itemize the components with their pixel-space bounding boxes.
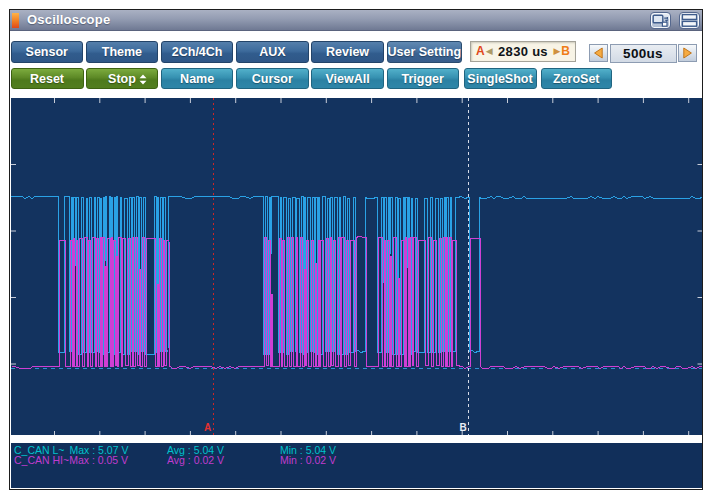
cursor-b-label: B	[561, 44, 570, 58]
cursor-button[interactable]: Cursor	[236, 68, 309, 90]
ch2-avg-readout: Avg : 0.02 V	[167, 454, 224, 466]
trigger-button[interactable]: Trigger	[387, 68, 460, 90]
channel-mode-button[interactable]: 2Ch/4Ch	[161, 41, 234, 63]
screen-capture-button[interactable]	[650, 12, 671, 29]
waveform-svg: AB	[11, 98, 703, 435]
user-setting-button[interactable]: User Setting	[387, 41, 462, 63]
svg-text:B: B	[459, 422, 466, 433]
stop-spinner-icon	[139, 74, 147, 85]
left-arrow-icon	[593, 47, 604, 59]
oscilloscope-window: Oscilloscope Sensor Theme 2Ch/4Ch AUX Re…	[9, 9, 703, 490]
ch2-min-readout: Min : 0.02 V	[280, 454, 336, 466]
timebase-increase-button[interactable]	[678, 44, 697, 62]
review-button[interactable]: Review	[311, 41, 384, 63]
measurement-row-ch2: C_CAN HI~Max : 0.05 V Avg : 0.02 V Min :…	[11, 454, 703, 465]
theme-button[interactable]: Theme	[86, 41, 159, 63]
right-arrow-icon	[682, 47, 693, 59]
cursor-a-label: A	[476, 44, 485, 58]
sensor-button[interactable]: Sensor	[11, 41, 84, 63]
screen-capture-icon	[651, 13, 670, 28]
cursor-delta-value: 2830 us	[493, 44, 554, 59]
stop-button[interactable]: Stop	[86, 68, 159, 90]
app-icon	[12, 13, 19, 28]
tile-windows-icon	[680, 13, 699, 28]
cursor-a-arrow-icon: ◀	[486, 46, 493, 56]
stop-button-label: Stop	[108, 72, 136, 86]
ch2-name-label: C_CAN HI~	[14, 454, 69, 466]
timebase-decrease-button[interactable]	[589, 44, 608, 62]
separator	[10, 435, 702, 443]
cursor-b-arrow-icon: ▶	[553, 46, 560, 56]
ch2-max-readout: C_CAN HI~Max : 0.05 V	[14, 454, 128, 466]
ch2-max-value: Max : 0.05 V	[69, 454, 128, 466]
singleshot-button[interactable]: SingleShot	[464, 68, 537, 90]
viewall-button[interactable]: ViewAll	[311, 68, 384, 90]
measurement-panel: C_CAN L~Max : 5.07 V Avg : 5.04 V Min : …	[11, 443, 703, 488]
zeroset-button[interactable]: ZeroSet	[541, 68, 613, 90]
name-button[interactable]: Name	[161, 68, 234, 90]
tile-windows-button[interactable]	[679, 12, 700, 29]
svg-text:A: A	[204, 422, 211, 433]
cursor-delta-readout: A◀2830 us▶B	[470, 41, 576, 62]
aux-button[interactable]: AUX	[236, 41, 309, 63]
reset-button[interactable]: Reset	[11, 68, 84, 90]
waveform-display[interactable]: AB	[11, 98, 703, 435]
titlebar[interactable]: Oscilloscope	[10, 10, 702, 31]
window-title: Oscilloscope	[27, 12, 110, 27]
timebase-readout: 500us	[610, 44, 677, 63]
